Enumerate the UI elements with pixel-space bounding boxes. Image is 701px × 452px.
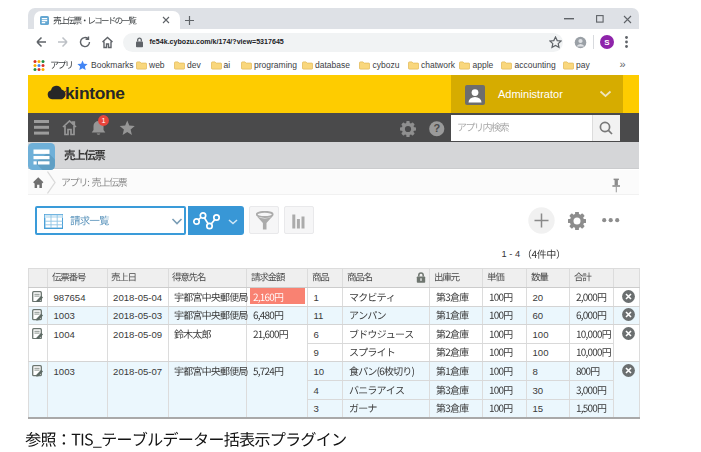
svg-text:1: 1 (101, 116, 105, 125)
svg-text:?: ? (433, 122, 440, 134)
svg-text:S: S (604, 38, 610, 47)
